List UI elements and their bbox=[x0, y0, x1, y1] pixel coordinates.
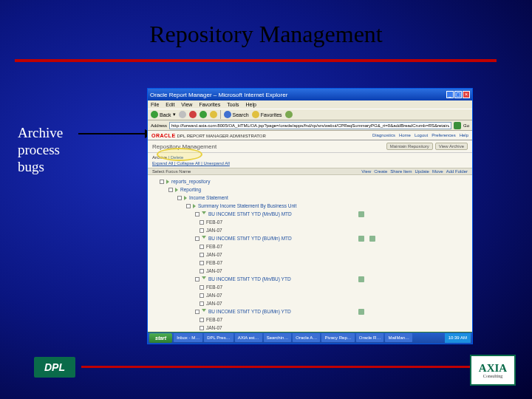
checkbox[interactable] bbox=[200, 245, 204, 249]
checkbox[interactable] bbox=[177, 196, 182, 200]
expand-icon[interactable] bbox=[175, 188, 178, 192]
checkbox[interactable] bbox=[200, 261, 204, 265]
address-input[interactable] bbox=[169, 122, 451, 129]
toplink-logout[interactable]: Logout bbox=[415, 133, 428, 137]
view-icon[interactable] bbox=[358, 309, 364, 315]
tree-label[interactable]: JAN-07 bbox=[206, 252, 222, 257]
toplink-preferences[interactable]: Preferences bbox=[432, 133, 455, 137]
checkbox[interactable] bbox=[200, 269, 204, 273]
minimize-button[interactable]: _ bbox=[446, 91, 454, 98]
headbtn[interactable]: View Archive bbox=[435, 143, 468, 150]
tree-row[interactable]: JAN-07 bbox=[152, 226, 468, 234]
start-button[interactable]: start bbox=[149, 333, 172, 343]
taskbar-task[interactable]: Searchin… bbox=[264, 333, 292, 342]
checkbox[interactable] bbox=[200, 318, 204, 322]
taskbar-task[interactable]: Inbox - M… bbox=[174, 333, 202, 342]
tree-row[interactable]: Income Statement bbox=[152, 194, 468, 202]
checkbox[interactable] bbox=[186, 204, 191, 208]
tree-label[interactable]: JAN-07 bbox=[206, 293, 222, 298]
tree-label[interactable]: BU INCOME STMT YTD (Mn/BU) YTD bbox=[208, 276, 291, 282]
tree-row[interactable]: Reporting bbox=[152, 185, 468, 194]
checkbox[interactable] bbox=[200, 228, 204, 233]
tree-row[interactable]: FEB-07 bbox=[152, 242, 468, 250]
checkbox[interactable] bbox=[200, 220, 204, 225]
window-titlebar[interactable]: Oracle Report Manager – Microsoft Intern… bbox=[148, 89, 472, 100]
expand-icon[interactable] bbox=[202, 211, 206, 216]
toplink-help[interactable]: Help bbox=[460, 133, 468, 137]
expand-icon[interactable] bbox=[202, 309, 206, 314]
toplink-diagnostics[interactable]: Diagnostics bbox=[372, 133, 395, 137]
taskbar-task[interactable]: Pivacy Rep… bbox=[321, 333, 354, 342]
view-icon[interactable] bbox=[369, 236, 375, 242]
action-link[interactable]: View bbox=[361, 169, 371, 174]
tree-row[interactable]: FEB-07 bbox=[152, 316, 468, 324]
back-button[interactable]: Back ▾ bbox=[151, 111, 176, 118]
checkbox[interactable] bbox=[195, 310, 200, 314]
checkbox[interactable] bbox=[200, 285, 204, 290]
checkbox[interactable] bbox=[195, 236, 200, 241]
tree-label[interactable]: JAN-07 bbox=[206, 301, 222, 306]
menu-file[interactable]: File bbox=[151, 102, 159, 107]
tree-row[interactable]: BU INCOME STMT YTD (Mn/BU) MTD bbox=[152, 210, 468, 218]
tree-row[interactable]: JAN-07 bbox=[152, 267, 468, 275]
expand-icon[interactable] bbox=[184, 196, 187, 200]
tree-label[interactable]: JAN-07 bbox=[206, 228, 222, 233]
action-link[interactable]: Move bbox=[432, 169, 443, 174]
tree-row[interactable]: FEB-07 bbox=[152, 283, 468, 291]
tree-label[interactable]: reports_repository bbox=[171, 179, 210, 184]
tree-label[interactable]: JAN-07 bbox=[206, 325, 222, 330]
history-button[interactable] bbox=[285, 111, 293, 118]
tree-label[interactable]: FEB-07 bbox=[206, 260, 222, 265]
tree-label[interactable]: Summary Income Statement By Business Uni… bbox=[198, 203, 296, 208]
checkbox[interactable] bbox=[195, 277, 200, 282]
expand-icon[interactable] bbox=[193, 204, 196, 208]
action-link[interactable]: Share Item bbox=[390, 169, 412, 174]
view-icon[interactable] bbox=[358, 276, 364, 282]
checkbox[interactable] bbox=[168, 188, 173, 192]
tree-row[interactable]: FEB-07 bbox=[152, 218, 468, 226]
checkbox[interactable] bbox=[200, 293, 204, 298]
menu-help[interactable]: Help bbox=[246, 102, 256, 107]
taskbar-task[interactable]: DPL Pres… bbox=[204, 333, 233, 342]
tree-label[interactable]: FEB-07 bbox=[206, 284, 222, 290]
view-icon[interactable] bbox=[358, 236, 364, 242]
view-icon[interactable] bbox=[358, 211, 364, 217]
action-link[interactable]: Update bbox=[415, 169, 429, 174]
tree-row[interactable]: JAN-07 bbox=[152, 324, 468, 332]
tree-label[interactable]: JAN-07 bbox=[206, 268, 222, 273]
tree-row[interactable]: reports_repository bbox=[152, 177, 468, 185]
home-button[interactable] bbox=[210, 111, 217, 118]
maximize-button[interactable]: ▢ bbox=[454, 91, 462, 98]
forward-button[interactable] bbox=[179, 111, 186, 118]
tree-label[interactable]: FEB-07 bbox=[206, 244, 222, 249]
taskbar-task[interactable]: Oracle R… bbox=[356, 333, 384, 342]
taskbar-task[interactable]: MailMan… bbox=[385, 333, 412, 342]
tree-row[interactable]: BU INCOME STMT YTD (Mn/BU) YTD bbox=[152, 275, 468, 283]
taskbar-task[interactable]: Oracle A… bbox=[293, 333, 320, 342]
tree-row[interactable]: JAN-07 bbox=[152, 291, 468, 299]
tree-row[interactable]: BU INCOME STMT YTD (BU/Mn) MTD bbox=[152, 234, 468, 242]
tree-label[interactable]: FEB-07 bbox=[206, 317, 222, 322]
tree-label[interactable]: Income Statement bbox=[189, 195, 228, 200]
checkbox[interactable] bbox=[200, 253, 204, 257]
headbtn[interactable]: Maintain Repository bbox=[386, 143, 433, 150]
action-link[interactable]: Create bbox=[374, 169, 387, 174]
stop-button[interactable] bbox=[189, 111, 197, 118]
tree-row[interactable]: FEB-07 bbox=[152, 259, 468, 267]
system-tray[interactable]: 10:39 AM bbox=[445, 333, 471, 343]
expand-icon[interactable] bbox=[202, 236, 206, 241]
favorites-button[interactable]: Favorites bbox=[252, 111, 282, 118]
checkbox[interactable] bbox=[200, 301, 204, 306]
refresh-button[interactable] bbox=[200, 111, 207, 118]
tree-label[interactable]: BU INCOME STMT YTD (BU/Mn) YTD bbox=[208, 309, 291, 314]
menu-tools[interactable]: Tools bbox=[227, 102, 239, 107]
toplink-home[interactable]: Home bbox=[399, 133, 411, 137]
expand-collapse-links[interactable]: Expand All | Collapse All | Unexpand All bbox=[148, 160, 472, 168]
tree-label[interactable]: BU INCOME STMT YTD (Mn/BU) MTD bbox=[208, 211, 292, 216]
expand-icon[interactable] bbox=[166, 180, 169, 184]
menu-edit[interactable]: Edit bbox=[166, 102, 174, 107]
tree-row[interactable]: Summary Income Statement By Business Uni… bbox=[152, 202, 468, 210]
tree-label[interactable]: BU INCOME STMT YTD (BU/Mn) MTD bbox=[208, 236, 292, 241]
menu-view[interactable]: View bbox=[181, 102, 192, 107]
checkbox[interactable] bbox=[200, 326, 204, 330]
